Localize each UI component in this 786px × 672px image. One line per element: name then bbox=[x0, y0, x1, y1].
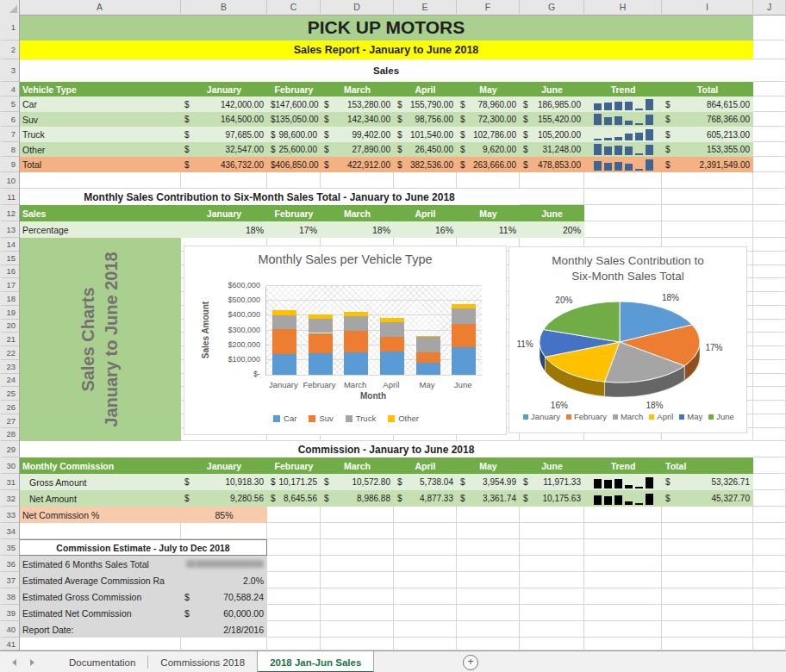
header-cell[interactable]: March bbox=[321, 205, 394, 221]
row-header-34[interactable]: 34 bbox=[1, 523, 19, 539]
commission-section-title-cell[interactable]: Commission - January to June 2018 bbox=[19, 441, 753, 457]
new-sheet-button[interactable]: + bbox=[463, 655, 478, 670]
money-cell[interactable]: $153,280.00 bbox=[321, 96, 394, 112]
money-cell[interactable]: $9,620.00 bbox=[457, 142, 520, 157]
total-cell[interactable]: $2,391,549.00 bbox=[662, 157, 753, 172]
row-label-cell[interactable]: Estimated 6 Months Sales Total bbox=[19, 556, 181, 572]
sheet-tab-commissions-2018[interactable]: Commissions 2018 bbox=[148, 651, 257, 672]
estimate-value-cell[interactable]: $70,588.24 bbox=[181, 588, 267, 605]
column-header-g[interactable]: G bbox=[520, 0, 584, 14]
percentage-cell[interactable]: 16% bbox=[394, 221, 457, 238]
money-cell[interactable]: $10,572.80 bbox=[321, 474, 394, 490]
money-cell[interactable]: $142,340.00 bbox=[321, 112, 394, 127]
header-cell[interactable]: February bbox=[267, 82, 321, 96]
row-label-cell[interactable]: Net Commission % bbox=[19, 507, 181, 523]
header-cell[interactable]: June bbox=[520, 82, 584, 96]
row-header-2[interactable]: 2 bbox=[1, 40, 19, 59]
row-header-17[interactable]: 17 bbox=[1, 278, 19, 292]
row-header-36[interactable]: 36 bbox=[1, 556, 19, 572]
total-cell[interactable]: $153,355.00 bbox=[662, 142, 753, 157]
total-cell[interactable]: $45,327.70 bbox=[662, 490, 753, 507]
money-cell[interactable]: $164,500.00 bbox=[181, 112, 267, 127]
money-cell[interactable]: $10,918.30 bbox=[181, 474, 267, 490]
header-cell[interactable]: Vehicle Type bbox=[19, 82, 181, 96]
sheet-tab-2018-jan-jun-sales[interactable]: 2018 Jan-Jun Sales bbox=[257, 651, 374, 672]
column-header-d[interactable]: D bbox=[321, 0, 394, 14]
money-cell[interactable]: $25,600.00 bbox=[267, 142, 321, 157]
money-cell[interactable]: $406,850.00 bbox=[267, 157, 321, 172]
header-cell[interactable]: March bbox=[321, 82, 394, 96]
row-label-cell[interactable]: Total bbox=[19, 157, 181, 172]
select-all-corner[interactable] bbox=[0, 0, 20, 15]
estimate-value-cell[interactable] bbox=[181, 556, 267, 572]
total-cell[interactable]: $864,615.00 bbox=[662, 96, 753, 112]
row-header-10[interactable]: 10 bbox=[1, 172, 19, 189]
money-cell[interactable]: $147,600.00 bbox=[267, 96, 321, 112]
money-cell[interactable]: $8,645.56 bbox=[267, 490, 321, 507]
row-header-40[interactable]: 40 bbox=[1, 621, 19, 638]
bar-chart[interactable]: Monthly Sales per Vehicle Type Sales Amo… bbox=[184, 246, 507, 435]
column-header-h[interactable]: H bbox=[584, 0, 662, 14]
header-cell[interactable]: January bbox=[181, 457, 267, 474]
row-label-cell[interactable]: Truck bbox=[19, 127, 181, 142]
trend-cell[interactable] bbox=[584, 96, 662, 112]
row-header-3[interactable]: 3 bbox=[1, 59, 19, 82]
header-cell[interactable]: June bbox=[520, 457, 584, 474]
total-cell[interactable]: $53,326.71 bbox=[662, 474, 753, 490]
row-header-32[interactable]: 32 bbox=[1, 490, 19, 507]
row-header-35[interactable]: 35 bbox=[1, 539, 19, 556]
row-header-23[interactable]: 23 bbox=[1, 360, 19, 374]
header-cell[interactable]: May bbox=[457, 205, 520, 221]
row-header-11[interactable]: 11 bbox=[1, 189, 19, 205]
header-cell[interactable]: Monthly Commission bbox=[19, 457, 181, 474]
row-header-37[interactable]: 37 bbox=[1, 572, 19, 588]
row-header-27[interactable]: 27 bbox=[1, 414, 19, 428]
money-cell[interactable]: $102,786.00 bbox=[457, 127, 520, 142]
money-cell[interactable]: $101,540.00 bbox=[394, 127, 457, 142]
row-header-33[interactable]: 33 bbox=[1, 507, 19, 523]
money-cell[interactable]: $436,732.00 bbox=[181, 157, 267, 172]
money-cell[interactable]: $422,912.00 bbox=[321, 157, 394, 172]
total-cell[interactable]: $605,213.00 bbox=[662, 127, 753, 142]
report-subtitle-cell[interactable]: Sales Report - January to June 2018 bbox=[19, 40, 753, 59]
row-header-1[interactable]: 1 bbox=[1, 15, 19, 40]
money-cell[interactable]: $382,536.00 bbox=[394, 157, 457, 172]
money-cell[interactable]: $263,666.00 bbox=[457, 157, 520, 172]
percentage-cell[interactable]: 18% bbox=[181, 221, 267, 238]
estimate-value-cell[interactable]: 2.0% bbox=[181, 572, 267, 588]
row-header-26[interactable]: 26 bbox=[1, 401, 19, 414]
row-header-29[interactable]: 29 bbox=[1, 441, 19, 457]
column-header-e[interactable]: E bbox=[394, 0, 457, 14]
money-cell[interactable]: $3,361.74 bbox=[457, 490, 520, 507]
row-label-cell[interactable]: Estimated Gross Commission bbox=[19, 588, 181, 605]
money-cell[interactable]: $11,971.33 bbox=[520, 474, 584, 490]
header-cell[interactable]: January bbox=[181, 82, 267, 96]
trend-cell[interactable] bbox=[584, 112, 662, 127]
trend-cell[interactable] bbox=[584, 157, 662, 172]
header-cell[interactable]: February bbox=[267, 205, 321, 221]
trend-cell[interactable] bbox=[584, 127, 662, 142]
header-cell[interactable]: May bbox=[457, 457, 520, 474]
header-cell[interactable]: Trend bbox=[584, 457, 662, 474]
trend-cell[interactable] bbox=[584, 490, 662, 507]
column-header-b[interactable]: B bbox=[181, 0, 267, 14]
row-header-5[interactable]: 5 bbox=[1, 96, 19, 112]
sheet-nav-right-icon[interactable] bbox=[30, 659, 34, 666]
percentage-cell[interactable]: 20% bbox=[520, 221, 584, 238]
money-cell[interactable]: $32,547.00 bbox=[181, 142, 267, 157]
money-cell[interactable]: $26,450.00 bbox=[394, 142, 457, 157]
sheet-nav-left-icon[interactable] bbox=[12, 659, 16, 666]
header-cell[interactable]: May bbox=[457, 82, 520, 96]
row-label-cell[interactable]: Estimated Average Commission Ra bbox=[19, 572, 181, 588]
header-cell[interactable]: February bbox=[267, 457, 321, 474]
row-header-14[interactable]: 14 bbox=[1, 238, 19, 252]
money-cell[interactable]: $98,756.00 bbox=[394, 112, 457, 127]
row-label-cell[interactable]: Report Date: bbox=[19, 621, 181, 638]
money-cell[interactable]: $10,171.25 bbox=[267, 474, 321, 490]
row-header-8[interactable]: 8 bbox=[1, 142, 19, 157]
money-cell[interactable]: $8,986.88 bbox=[321, 490, 394, 507]
money-cell[interactable]: $186,985.00 bbox=[520, 96, 584, 112]
header-cell[interactable]: April bbox=[394, 457, 457, 474]
row-header-24[interactable]: 24 bbox=[1, 374, 19, 388]
row-header-22[interactable]: 22 bbox=[1, 346, 19, 360]
